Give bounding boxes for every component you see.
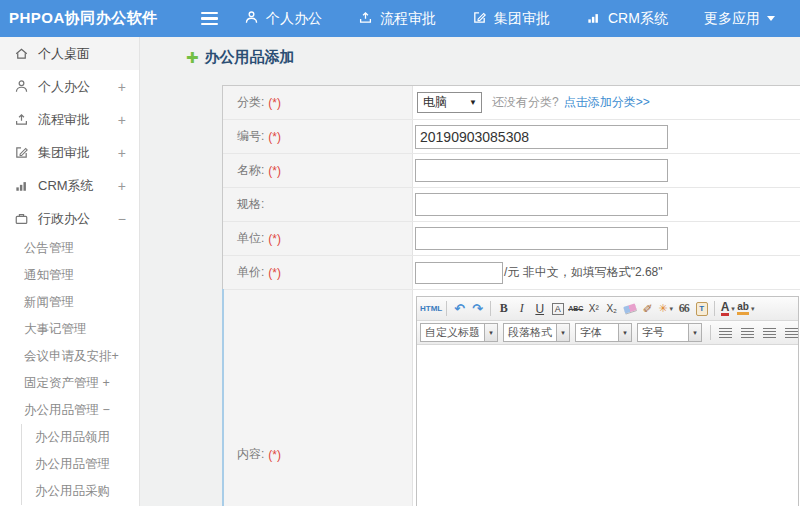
page-title: ✚ 办公用品添加 xyxy=(186,48,295,67)
collapse-minus-icon[interactable]: − xyxy=(118,211,126,227)
nav-more-apps[interactable]: 更多应用 xyxy=(704,10,775,28)
sidebar-item-meeting-request[interactable]: 会议申请及安排+ xyxy=(0,343,139,370)
form-row-name: 名称:(*) xyxy=(223,154,800,188)
align-center-icon[interactable] xyxy=(739,323,756,342)
paragraph-format-select[interactable]: 段落格式 ▾ xyxy=(503,323,570,342)
bold-button[interactable]: B xyxy=(495,299,512,318)
caret-down-icon xyxy=(767,16,775,25)
unit-input[interactable] xyxy=(415,227,668,250)
italic-button[interactable]: I xyxy=(513,299,530,318)
no-category-hint: 还没有分类? xyxy=(492,94,559,111)
nav-workflow-approval[interactable]: 流程审批 xyxy=(358,10,436,28)
sidebar-item-supplies-manage[interactable]: 办公用品管理 xyxy=(22,451,139,478)
add-category-link[interactable]: 点击添加分类>> xyxy=(564,94,650,111)
superscript-button[interactable]: X² xyxy=(585,299,602,318)
category-select[interactable]: 电脑 ▼ xyxy=(417,92,482,113)
form-row-spec: 规格: xyxy=(223,188,800,222)
sidebar-item-office-supplies-mgmt[interactable]: 办公用品管理 − xyxy=(0,397,139,424)
char-border-button[interactable]: A xyxy=(549,299,566,318)
sidebar-item-crm-system[interactable]: CRM系统 + xyxy=(0,169,139,202)
caret-down-icon: ▾ xyxy=(670,305,674,313)
code-input[interactable] xyxy=(415,125,668,149)
nav-crm-system[interactable]: CRM系统 xyxy=(586,10,668,28)
form-row-unit: 单位:(*) xyxy=(223,222,800,256)
sidebar-item-news-mgmt[interactable]: 新闻管理 xyxy=(0,289,139,316)
auto-typeset-button[interactable]: ✳ ▾ xyxy=(657,299,674,318)
expand-plus-icon[interactable]: + xyxy=(118,79,126,95)
sidebar-item-personal-desktop[interactable]: 个人桌面 xyxy=(0,37,139,70)
custom-title-select[interactable]: 自定义标题 ▾ xyxy=(420,323,498,342)
sidebar-item-supplies-claim[interactable]: 办公用品领用 xyxy=(22,424,139,451)
align-right-icon[interactable] xyxy=(761,323,778,342)
office-supplies-submenu: 办公用品领用 办公用品管理 办公用品采购 xyxy=(21,424,139,505)
upload-icon xyxy=(358,10,373,28)
required-marker: (*) xyxy=(268,164,281,178)
form-row-category: 分类:(*) 电脑 ▼ 还没有分类? 点击添加分类>> xyxy=(223,86,800,120)
sidebar-item-notice-mgmt[interactable]: 通知管理 xyxy=(0,262,139,289)
edit-icon xyxy=(472,10,487,28)
eraser-icon[interactable] xyxy=(621,299,638,318)
field-label: 名称:(*) xyxy=(223,154,413,187)
field-label: 单位:(*) xyxy=(223,222,413,255)
html-source-button[interactable]: HTML xyxy=(420,299,442,318)
edit-icon xyxy=(14,145,29,160)
editor-toolbar-row1: HTML ↶ ↷ B I U A ABC X² X₂ ✐ xyxy=(417,297,798,321)
font-family-select[interactable]: 字体 ▾ xyxy=(575,323,632,342)
field-label: 内容:(*) xyxy=(223,290,413,506)
font-size-select[interactable]: 字号 ▾ xyxy=(637,323,702,342)
paste-text-icon[interactable]: T xyxy=(693,299,710,318)
blockquote-button[interactable]: 66 xyxy=(675,299,692,318)
expand-plus-icon[interactable]: + xyxy=(118,145,126,161)
undo-icon[interactable]: ↶ xyxy=(451,299,468,318)
required-marker: (*) xyxy=(268,448,281,462)
format-painter-icon[interactable]: ✐ xyxy=(639,299,656,318)
subscript-button[interactable]: X₂ xyxy=(603,299,620,318)
add-icon: ✚ xyxy=(186,49,199,67)
required-marker: (*) xyxy=(268,96,281,110)
caret-down-icon: ▾ xyxy=(751,305,755,313)
home-icon xyxy=(14,46,29,61)
chart-icon xyxy=(586,10,601,28)
person-icon xyxy=(244,10,259,28)
name-input[interactable] xyxy=(415,159,668,182)
font-color-button[interactable]: A ▾ xyxy=(719,299,736,318)
required-marker: (*) xyxy=(268,232,281,246)
top-nav: 个人办公 流程审批 集团审批 CRM系统 xyxy=(244,10,775,28)
nav-group-approval[interactable]: 集团审批 xyxy=(472,10,550,28)
sidebar-item-announcement-mgmt[interactable]: 公告管理 xyxy=(0,235,139,262)
wand-icon: ✳ xyxy=(658,302,667,315)
expand-plus-icon[interactable]: + xyxy=(118,178,126,194)
sidebar-item-workflow-approval[interactable]: 流程审批 + xyxy=(0,103,139,136)
align-left-icon[interactable] xyxy=(717,323,734,342)
redo-icon[interactable]: ↷ xyxy=(469,299,486,318)
price-input[interactable] xyxy=(415,262,503,284)
caret-down-icon: ▾ xyxy=(731,305,735,313)
field-label: 编号:(*) xyxy=(223,120,413,153)
strikethrough-button[interactable]: ABC xyxy=(567,299,584,318)
field-label: 分类:(*) xyxy=(223,86,413,119)
editor-content-area[interactable] xyxy=(417,345,798,506)
select-caret-icon: ▼ xyxy=(469,98,477,107)
expand-plus-icon[interactable]: + xyxy=(118,112,126,128)
editor-toolbar-row2: 自定义标题 ▾ 段落格式 ▾ 字体 ▾ 字号 ▾ xyxy=(417,321,798,345)
upload-icon xyxy=(14,112,29,127)
sidebar-item-group-approval[interactable]: 集团审批 + xyxy=(0,136,139,169)
justify-icon[interactable] xyxy=(783,323,798,342)
caret-down-icon: ▾ xyxy=(688,324,701,341)
nav-personal-office[interactable]: 个人办公 xyxy=(244,10,322,28)
form-row-code: 编号:(*) xyxy=(223,120,800,154)
office-supply-add-form: 分类:(*) 电脑 ▼ 还没有分类? 点击添加分类>> 编号:(*) 名称:(*… xyxy=(222,85,800,506)
sidebar-item-personal-office[interactable]: 个人办公 + xyxy=(0,70,139,103)
top-navbar: PHPOA协同办公软件 个人办公 流程审批 xyxy=(0,0,800,37)
required-marker: (*) xyxy=(268,130,281,144)
spec-input[interactable] xyxy=(415,193,668,216)
sidebar-item-supplies-purchase[interactable]: 办公用品采购 xyxy=(22,478,139,505)
underline-button[interactable]: U xyxy=(531,299,548,318)
field-label: 规格: xyxy=(223,188,413,221)
sidebar-item-admin-office[interactable]: 行政办公 − xyxy=(0,202,139,235)
hamburger-menu-icon[interactable] xyxy=(196,9,222,29)
highlight-color-button[interactable]: ab ▾ xyxy=(737,299,754,318)
sidebar-item-fixed-assets-mgmt[interactable]: 固定资产管理 + xyxy=(0,370,139,397)
sidebar-item-events-mgmt[interactable]: 大事记管理 xyxy=(0,316,139,343)
price-format-hint: /元 非中文，如填写格式"2.68" xyxy=(504,264,663,281)
